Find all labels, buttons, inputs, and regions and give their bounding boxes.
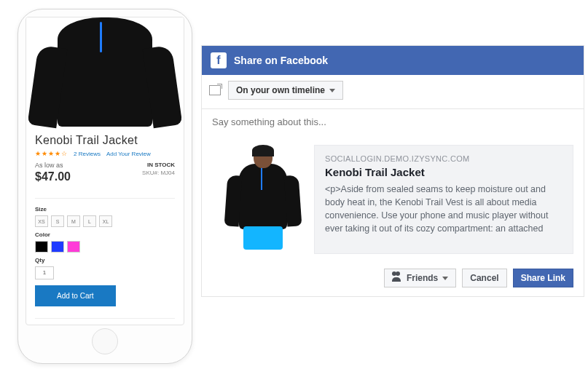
jacket-illustration: [58, 17, 152, 127]
color-swatch[interactable]: [67, 241, 80, 253]
as-low-as-label: As low as: [35, 162, 71, 169]
color-swatch[interactable]: [35, 241, 48, 253]
size-option[interactable]: XS: [35, 215, 48, 227]
link-preview-card: SOCIALLOGIN.DEMO.IZYSYNC.COM Kenobi Trai…: [212, 145, 573, 254]
color-label: Color: [35, 231, 175, 238]
product-image: [26, 17, 184, 127]
audience-dropdown[interactable]: Friends: [384, 269, 456, 287]
sku: SKU#: MJ04: [142, 170, 175, 176]
color-swatch[interactable]: [51, 241, 64, 253]
timeline-dropdown[interactable]: On your own timeline: [228, 81, 343, 100]
size-option[interactable]: S: [51, 215, 64, 227]
share-message-input[interactable]: [202, 108, 584, 135]
caret-down-icon: [442, 277, 448, 280]
add-review-link[interactable]: Add Your Review: [106, 151, 151, 157]
reviews-link[interactable]: 2 Reviews: [74, 151, 101, 157]
friends-icon: [392, 274, 402, 282]
star-rating: ★★★★☆: [35, 150, 68, 157]
size-option[interactable]: XL: [99, 215, 112, 227]
dialog-header: f Share on Facebook: [202, 46, 584, 75]
size-swatches: XS S M L XL: [35, 215, 175, 227]
qty-label: Qty: [35, 257, 175, 263]
phone-screen: Kenobi Trail Jacket ★★★★☆ 2 Reviews Add …: [26, 17, 184, 325]
facebook-share-dialog: f Share on Facebook On your own timeline…: [201, 45, 584, 297]
product-title: Kenobi Trail Jacket: [35, 134, 175, 147]
phone-mockup: Kenobi Trail Jacket ★★★★☆ 2 Reviews Add …: [17, 9, 192, 364]
external-icon: [209, 85, 221, 95]
size-label: Size: [35, 206, 175, 213]
caret-down-icon: [329, 89, 335, 92]
price: $47.00: [35, 170, 71, 183]
preview-domain: SOCIALLOGIN.DEMO.IZYSYNC.COM: [325, 154, 562, 163]
dialog-title: Share on Facebook: [234, 55, 328, 66]
qty-input[interactable]: 1: [35, 266, 54, 279]
size-option[interactable]: M: [67, 215, 80, 227]
home-button[interactable]: [92, 328, 118, 354]
cancel-button[interactable]: Cancel: [462, 269, 506, 287]
add-to-cart-button[interactable]: Add to Cart: [35, 285, 116, 306]
preview-image: [212, 145, 314, 254]
preview-description: <p>Aside from sealed seams to keep moist…: [325, 183, 562, 236]
stock-status: IN STOCK: [142, 162, 175, 168]
size-option[interactable]: L: [83, 215, 96, 227]
preview-title: Kenobi Trail Jacket: [325, 166, 562, 178]
share-link-button[interactable]: Share Link: [513, 269, 573, 287]
facebook-logo-icon: f: [211, 52, 227, 68]
